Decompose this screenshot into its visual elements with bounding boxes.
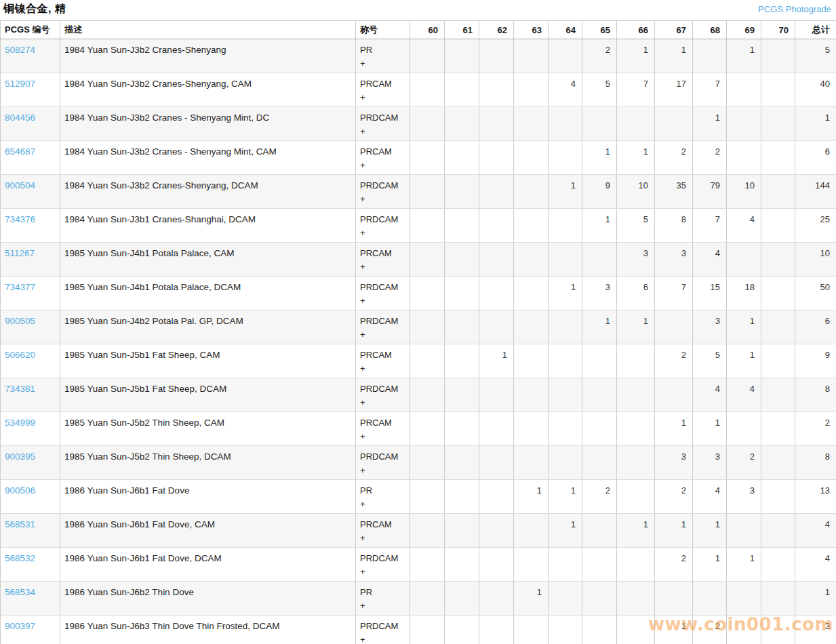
grade-69-count-cell: 3	[727, 480, 761, 514]
designation-cell: PRCAM +	[356, 344, 410, 378]
grade-70-count-cell	[761, 446, 795, 480]
designation-cell: PRCAM +	[356, 73, 410, 107]
coin-description: 1984 Yuan Sun-J3b2 Cranes-Shenyang	[64, 45, 226, 55]
grade-64-count-cell: 1	[549, 480, 582, 514]
total-count-cell: 25	[795, 209, 836, 243]
grade-61-count-cell	[445, 39, 479, 73]
grade-66-count-cell: 6	[617, 277, 655, 310]
grade-65-count-cell: 2	[582, 480, 617, 514]
grade-62-count-cell	[479, 548, 514, 582]
total-count-cell: 4	[795, 514, 836, 548]
grade-61-count-cell	[445, 514, 479, 548]
grade-68-count-cell	[693, 39, 727, 73]
grade-60-count-cell	[410, 548, 445, 582]
pcgs-number-link[interactable]: 568534	[5, 587, 35, 597]
pcgs-photograde-link[interactable]: PCGS Photograde	[758, 4, 831, 14]
designation-plus-label: +	[360, 262, 405, 272]
pcgs-number-link[interactable]: 900505	[5, 316, 35, 326]
grade-62-count-cell	[479, 446, 514, 480]
designation-plus-label: +	[360, 296, 405, 306]
designation-cell: PR +	[356, 582, 410, 616]
grade-65-count-cell: 9	[582, 175, 617, 209]
grade-65-count-cell: 3	[582, 277, 617, 310]
grade-69-count-cell	[727, 243, 761, 277]
pcgs-number-cell: 654687	[1, 141, 60, 175]
grade-63-count-cell	[514, 175, 549, 209]
coin-description-cell: 1984 Yuan Sun-J3b2 Cranes - Shenyang Min…	[60, 107, 356, 141]
grade-61-count-cell	[445, 378, 479, 412]
pcgs-number-link[interactable]: 900397	[5, 621, 35, 631]
pcgs-number-link[interactable]: 734377	[5, 282, 35, 292]
pcgs-number-cell: 900397	[1, 616, 60, 644]
table-row: 734381 1985 Yuan Sun-J5b1 Fat Sheep, DCA…	[1, 378, 836, 412]
grade-66-count-cell: 3	[617, 243, 655, 277]
grade-70-count-cell	[761, 277, 795, 310]
column-header-grade-67: 67	[655, 21, 693, 39]
grade-60-count-cell	[410, 175, 445, 209]
column-header-grade-62: 62	[479, 21, 514, 39]
total-count-cell: 1	[795, 582, 836, 616]
pcgs-number-link[interactable]: 568532	[5, 553, 35, 563]
coin-description: 1986 Yuan Sun-J6b1 Fat Dove, CAM	[64, 519, 215, 529]
pcgs-number-link[interactable]: 900504	[5, 180, 35, 190]
pcgs-number-link[interactable]: 654687	[5, 146, 35, 157]
grade-64-count-cell	[549, 548, 582, 582]
pcgs-number-link[interactable]: 512907	[5, 79, 35, 89]
grade-60-count-cell	[410, 277, 445, 310]
grade-68-count-cell: 1	[693, 412, 727, 446]
pcgs-number-link[interactable]: 734381	[5, 384, 35, 394]
grade-66-count-cell: 1	[617, 310, 655, 344]
pcgs-number-link[interactable]: 508274	[5, 45, 35, 55]
grade-63-count-cell	[514, 378, 549, 412]
table-row: 900506 1986 Yuan Sun-J6b1 Fat Dove PR + …	[1, 480, 836, 514]
grade-68-count-cell	[693, 582, 727, 616]
grade-69-count-cell: 1	[727, 310, 761, 344]
grade-63-count-cell	[514, 73, 549, 107]
grade-64-count-cell	[549, 378, 582, 412]
coin-description-cell: 1984 Yuan Sun-J3b2 Cranes-Shenyang, CAM	[60, 73, 356, 107]
grade-68-count-cell: 7	[693, 73, 727, 107]
grade-61-count-cell	[445, 73, 479, 107]
designation-plus-label: +	[360, 499, 405, 509]
grade-61-count-cell	[445, 446, 479, 480]
grade-63-count-cell	[514, 412, 549, 446]
pcgs-number-link[interactable]: 804456	[5, 113, 35, 123]
pcgs-number-link[interactable]: 900395	[5, 451, 35, 462]
table-row: 506620 1985 Yuan Sun-J5b1 Fat Sheep, CAM…	[1, 344, 836, 378]
pcgs-number-link[interactable]: 900506	[5, 485, 35, 496]
designation-plus-label: +	[360, 363, 405, 374]
grade-67-count-cell	[655, 310, 693, 344]
grade-65-count-cell	[582, 616, 617, 644]
column-header-grade-64: 64	[549, 21, 582, 39]
designation-plus-label: +	[360, 431, 405, 441]
grade-61-count-cell	[445, 107, 479, 141]
designation-label: PRCAM	[360, 519, 405, 529]
table-header: PCGS 编号 描述 称号 60 61 62 63 64 65 66 67 68…	[1, 21, 836, 39]
pcgs-number-link[interactable]: 568531	[5, 519, 35, 529]
total-count-cell: 8	[795, 446, 836, 480]
pcgs-number-link[interactable]: 534999	[5, 418, 35, 428]
grade-64-count-cell: 1	[549, 277, 582, 310]
table-row: 734377 1985 Yuan Sun-J4b1 Potala Palace,…	[1, 277, 836, 310]
grade-61-count-cell	[445, 209, 479, 243]
grade-70-count-cell	[761, 107, 795, 141]
pcgs-number-link[interactable]: 506620	[5, 350, 35, 360]
grade-64-count-cell	[549, 209, 582, 243]
designation-plus-label: +	[360, 228, 405, 238]
total-count-cell: 4	[795, 548, 836, 582]
grade-63-count-cell	[514, 548, 549, 582]
grade-66-count-cell: 10	[617, 175, 655, 209]
coin-description-cell: 1985 Yuan Sun-J5b2 Thin Sheep, DCAM	[60, 446, 356, 480]
pcgs-number-link[interactable]: 511267	[5, 248, 35, 258]
pcgs-number-cell: 900504	[1, 175, 60, 209]
coin-description: 1986 Yuan Sun-J6b1 Fat Dove, DCAM	[64, 553, 222, 563]
designation-label: PR	[360, 587, 405, 597]
pcgs-number-cell: 734377	[1, 277, 60, 310]
pcgs-number-cell: 506620	[1, 344, 60, 378]
designation-label: PRDCAM	[360, 621, 405, 631]
total-count-cell: 13	[795, 480, 836, 514]
column-header-grade-60: 60	[410, 21, 445, 39]
pcgs-number-link[interactable]: 734376	[5, 214, 35, 224]
coin-description-cell: 1986 Yuan Sun-J6b1 Fat Dove, DCAM	[60, 548, 356, 582]
grade-64-count-cell	[549, 344, 582, 378]
